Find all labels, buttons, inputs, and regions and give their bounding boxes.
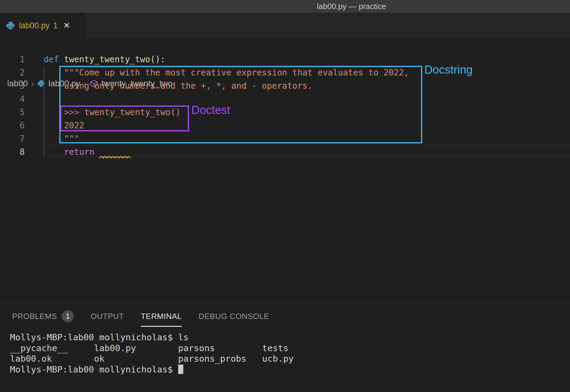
python-icon: [6, 21, 15, 30]
panel-tab-label: OUTPUT: [91, 312, 124, 321]
editor-pane[interactable]: lab00 › lab00.py › twenty_twenty_two 1de…: [0, 38, 570, 302]
panel-tab-debug-console[interactable]: DEBUG CONSOLE: [199, 304, 269, 328]
line-number[interactable]: 2: [0, 66, 25, 79]
line-number[interactable]: 6: [0, 119, 25, 132]
terminal[interactable]: Mollys-MBP:lab00 mollynicholas$ ls__pyca…: [10, 332, 570, 375]
line-number[interactable]: 5: [0, 106, 25, 119]
line-number[interactable]: 8: [0, 145, 25, 159]
line-number[interactable]: 3: [0, 79, 25, 93]
line-number[interactable]: 4: [0, 93, 25, 106]
code-text: """: [44, 132, 79, 145]
window-titlebar: lab00.py — practice: [0, 0, 570, 13]
code-line-3[interactable]: 3 using only numbers and the +, *, and -…: [0, 79, 570, 93]
code-line-8[interactable]: 8 return ______: [0, 145, 570, 159]
code-line-1[interactable]: 1def twenty_twenty_two():: [0, 53, 570, 66]
tab-bar: lab00.py 1 ✕: [0, 13, 570, 38]
code-text: using only numbers and the +, *, and - o…: [44, 79, 312, 93]
terminal-line: Mollys-MBP:lab00 mollynicholas$ ls: [10, 332, 570, 343]
close-icon[interactable]: ✕: [63, 21, 70, 30]
vscode-window: lab00.py — practice lab00.py 1 ✕ lab00 ›…: [0, 0, 570, 392]
docstring-annotation-label: Docstring: [424, 63, 473, 76]
terminal-line: __pycache__ lab00.py parsons tests: [10, 343, 570, 354]
code-text: """Come up with the most creative expres…: [44, 66, 409, 79]
panel-tab-label: TERMINAL: [141, 312, 182, 321]
code-line-2[interactable]: 2 """Come up with the most creative expr…: [0, 66, 570, 79]
panel-tab-label: PROBLEMS: [12, 312, 57, 321]
tab-label: lab00.py: [19, 21, 50, 30]
terminal-cursor: [178, 365, 183, 374]
panel-divider[interactable]: [0, 302, 570, 303]
code-line-4[interactable]: 4: [0, 93, 570, 106]
tab-dirty-count: 1: [53, 21, 58, 30]
code-line-6[interactable]: 6 2022: [0, 119, 570, 132]
line-number[interactable]: 1: [0, 53, 25, 66]
code-line-5[interactable]: 5 >>> twenty_twenty_two(): [0, 106, 570, 119]
panel-tab-label: DEBUG CONSOLE: [199, 312, 269, 321]
terminal-line: lab00.ok ok parsons_probs ucb.py: [10, 354, 570, 364]
doctest-annotation-label: Doctest: [191, 104, 230, 117]
code-text: 2022: [44, 119, 84, 132]
panel-tab-output[interactable]: OUTPUT: [91, 304, 124, 328]
panel-tab-bar: PROBLEMS1OUTPUTTERMINALDEBUG CONSOLE: [12, 304, 269, 328]
line-number[interactable]: 7: [0, 132, 25, 145]
window-title: lab00.py — practice: [317, 0, 386, 13]
code-text: >>> twenty_twenty_two(): [44, 106, 181, 119]
code-text: def twenty_twenty_two():: [44, 53, 166, 66]
warning-squiggle-icon: [99, 156, 131, 159]
panel-tab-terminal[interactable]: TERMINAL: [141, 304, 182, 328]
problems-count-badge: 1: [62, 310, 74, 322]
terminal-line: Mollys-MBP:lab00 mollynicholas$: [10, 364, 570, 375]
panel-tab-problems[interactable]: PROBLEMS1: [12, 304, 74, 328]
tab-lab00py[interactable]: lab00.py 1 ✕: [0, 13, 85, 38]
code-line-7[interactable]: 7 """: [0, 132, 570, 145]
